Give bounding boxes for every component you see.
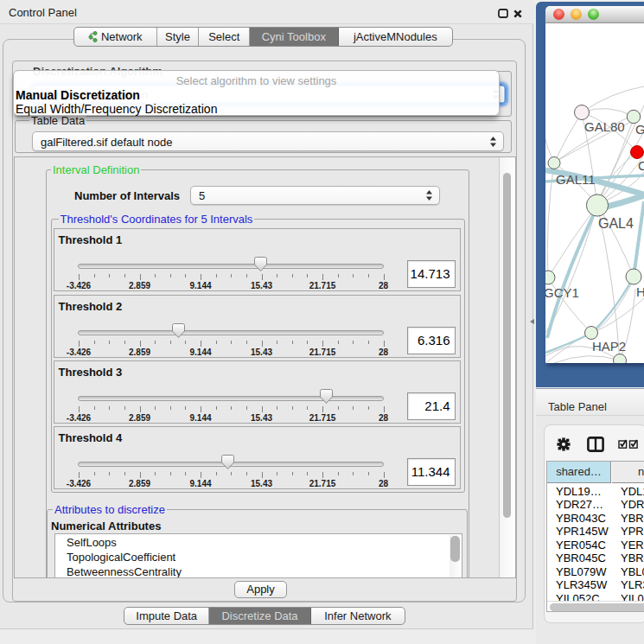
svg-text:GAL4: GAL4 (598, 216, 634, 231)
svg-text:GAL80: GAL80 (584, 119, 625, 134)
svg-text:GA: GA (635, 122, 644, 137)
svg-text:C: C (638, 158, 644, 173)
svg-text:GAL11: GAL11 (556, 172, 596, 187)
svg-text:H: H (636, 284, 644, 299)
svg-text:HAP2: HAP2 (592, 339, 626, 354)
svg-text:GCY1: GCY1 (545, 285, 579, 300)
